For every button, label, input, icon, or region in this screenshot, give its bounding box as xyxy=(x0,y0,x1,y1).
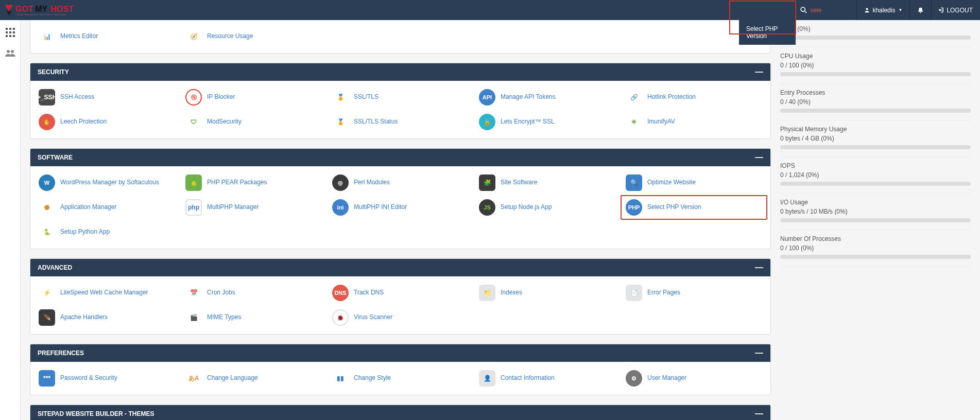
search-box[interactable] xyxy=(795,0,856,20)
stat-value: 0 / 50 (0%) xyxy=(780,25,971,32)
stat-value: 0 / 40 (0%) xyxy=(780,98,971,106)
cpanel-item-multiphp-manager[interactable]: phpMultiPHP Manager xyxy=(180,195,327,220)
panel-body: ⚡LiteSpeed Web Cache Manager📅Cron JobsDN… xyxy=(30,276,770,334)
cpanel-item-contact-information[interactable]: 👤Contact Information xyxy=(474,366,621,391)
item-icon: DNS xyxy=(332,285,349,301)
notifications-button[interactable] xyxy=(909,0,931,20)
cpanel-item-manage-api-tokens[interactable]: APIManage API Tokens xyxy=(474,85,621,110)
cpanel-item-apache-handlers[interactable]: 🪶Apache Handlers xyxy=(33,305,180,330)
cpanel-item-error-pages[interactable]: 📄Error Pages xyxy=(621,281,767,305)
item-icon: 🏅 xyxy=(332,114,349,130)
search-result-dropdown[interactable]: Select PHP Version xyxy=(739,20,796,45)
cpanel-item-setup-node-js-app[interactable]: JSSetup Node.js App xyxy=(474,195,621,220)
cpanel-item-application-manager[interactable]: ⬣Application Manager xyxy=(33,195,180,220)
cpanel-item-multiphp-ini-editor[interactable]: iniMultiPHP INI Editor xyxy=(327,195,474,220)
cpanel-item-hotlink-protection[interactable]: 🔗Hotlink Protection xyxy=(621,85,767,110)
cpanel-item-litespeed-web-cache-manager[interactable]: ⚡LiteSpeed Web Cache Manager xyxy=(33,281,180,305)
item-icon: 🔍 xyxy=(626,174,642,191)
item-icon: ◎ xyxy=(332,174,349,191)
cpanel-item-ssl-tls-status[interactable]: 🏅SSL/TLS Status xyxy=(327,110,474,134)
cpanel-item-ssh-access[interactable]: >_SSHSSH Access xyxy=(33,85,180,110)
cpanel-item-virus-scanner[interactable]: 🐞Virus Scanner xyxy=(327,305,474,330)
item-label: ModSecurity xyxy=(207,118,242,126)
cpanel-item-mime-types[interactable]: 🎬MIME Types xyxy=(180,305,327,330)
panel-header[interactable]: SITEPAD WEBSITE BUILDER - THEMES— xyxy=(30,405,770,420)
cpanel-item-change-style[interactable]: ▮▮Change Style xyxy=(327,366,474,391)
item-label: Track DNS xyxy=(354,289,384,297)
cpanel-item-modsecurity[interactable]: 🛡ModSecurity xyxy=(180,110,327,134)
cpanel-item-ssl-tls[interactable]: 🏅SSL/TLS xyxy=(327,85,474,110)
cpanel-item-metrics-editor[interactable]: 📊Metrics Editor xyxy=(33,24,180,49)
svg-text:GOT: GOT xyxy=(15,4,33,13)
cpanel-item-optimize-website[interactable]: 🔍Optimize Website xyxy=(621,170,767,195)
search-input[interactable] xyxy=(810,7,851,14)
item-icon: *** xyxy=(39,370,55,387)
item-label: MultiPHP Manager xyxy=(207,203,259,212)
collapse-icon[interactable]: — xyxy=(755,411,763,416)
panel-body: ***Password & SecurityあAChange Language▮… xyxy=(30,362,770,395)
collapse-icon[interactable]: — xyxy=(755,69,763,75)
cpanel-item-indexes[interactable]: 📁Indexes xyxy=(474,281,621,305)
item-label: Change Style xyxy=(354,374,391,382)
svg-text:YOUR RELIABLE HOSTING PARTNER: YOUR RELIABLE HOSTING PARTNER xyxy=(15,13,66,16)
item-label: Application Manager xyxy=(60,203,116,212)
item-label: Setup Node.js App xyxy=(501,203,552,212)
cpanel-item-setup-python-app[interactable]: 🐍Setup Python App xyxy=(33,220,180,244)
cpanel-item-password-security[interactable]: ***Password & Security xyxy=(33,366,180,391)
cpanel-item-cron-jobs[interactable]: 📅Cron Jobs xyxy=(180,281,327,305)
panel-preferences: PREFERENCES—***Password & SecurityあAChan… xyxy=(30,344,771,395)
stat-value: 0 bytes/s / 10 MB/s (0%) xyxy=(780,208,971,215)
cpanel-item-site-software[interactable]: 🧩Site Software xyxy=(474,170,621,195)
cpanel-item-perl-modules[interactable]: ◎Perl Modules xyxy=(327,170,474,195)
panel-body: >_SSHSSH AccessⓃIP Blocker🏅SSL/TLSAPIMan… xyxy=(30,81,770,138)
item-label: Indexes xyxy=(501,289,522,297)
logout-button[interactable]: LOGOUT xyxy=(931,0,980,20)
cpanel-item-user-manager[interactable]: ⚙User Manager xyxy=(621,366,767,391)
panel-header[interactable]: ADVANCED— xyxy=(30,259,770,276)
sidebar-users-icon[interactable] xyxy=(3,46,18,60)
cpanel-item-change-language[interactable]: あAChange Language xyxy=(180,366,327,391)
stat-label: Physical Memory Usage xyxy=(780,126,971,133)
stat-bar xyxy=(780,182,971,186)
panel-advanced: ADVANCED—⚡LiteSpeed Web Cache Manager📅Cr… xyxy=(30,258,771,335)
stat-label: Number Of Processes xyxy=(780,235,971,242)
logo[interactable]: GOT MY HOST YOUR RELIABLE HOSTING PARTNE… xyxy=(0,0,117,20)
svg-marker-0 xyxy=(5,5,13,11)
panel-metrics-tail: 📊Metrics Editor🧭Resource Usage xyxy=(30,20,771,54)
sidebar-apps-icon[interactable] xyxy=(3,25,18,40)
svg-rect-14 xyxy=(13,31,15,33)
cpanel-item-wordpress-manager-by-softaculous[interactable]: WWordPress Manager by Softaculous xyxy=(33,170,180,195)
cpanel-item-ip-blocker[interactable]: ⓃIP Blocker xyxy=(180,85,327,110)
user-menu[interactable]: khaledis ▼ xyxy=(856,0,909,20)
cpanel-item-lets-encrypt-ssl[interactable]: 🔒Lets Encrypt™ SSL xyxy=(474,110,621,134)
stats-column: 0 / 50 (0%)CPU Usage0 / 100 (0%)Entry Pr… xyxy=(780,20,971,420)
panel-header[interactable]: PREFERENCES— xyxy=(30,344,770,362)
panel-header[interactable]: SECURITY— xyxy=(30,63,770,81)
item-icon: 🛡 xyxy=(185,114,202,130)
stat-label: CPU Usage xyxy=(780,52,971,60)
item-icon: W xyxy=(39,174,55,191)
cpanel-item-leech-protection[interactable]: ✋Leech Protection xyxy=(33,110,180,134)
item-label: Contact Information xyxy=(501,374,555,382)
item-label: Perl Modules xyxy=(354,179,390,187)
cpanel-item-resource-usage[interactable]: 🧭Resource Usage xyxy=(180,24,327,49)
item-icon: ini xyxy=(332,199,349,216)
item-icon: 🐍 xyxy=(39,224,55,240)
cpanel-item-php-pear-packages[interactable]: 🍐PHP PEAR Packages xyxy=(180,170,327,195)
collapse-icon[interactable]: — xyxy=(755,351,763,356)
svg-text:HOST: HOST xyxy=(50,4,74,13)
panel-title: ADVANCED xyxy=(38,264,72,271)
search-icon xyxy=(800,7,807,13)
cpanel-item-imunifyav[interactable]: ✳ImunifyAV xyxy=(621,110,767,134)
cpanel-item-select-php-version[interactable]: PHPSelect PHP Version xyxy=(621,195,767,220)
item-icon: 📊 xyxy=(39,28,55,45)
item-label: PHP PEAR Packages xyxy=(207,179,267,187)
item-icon: >_SSH xyxy=(39,89,55,106)
item-icon: 📄 xyxy=(626,285,642,301)
stat-label: Entry Processes xyxy=(780,89,971,96)
search-result-item[interactable]: Select PHP Version xyxy=(746,25,778,40)
collapse-icon[interactable]: — xyxy=(755,155,763,160)
collapse-icon[interactable]: — xyxy=(755,265,763,270)
panel-header[interactable]: SOFTWARE— xyxy=(30,149,770,166)
cpanel-item-track-dns[interactable]: DNSTrack DNS xyxy=(327,281,474,305)
